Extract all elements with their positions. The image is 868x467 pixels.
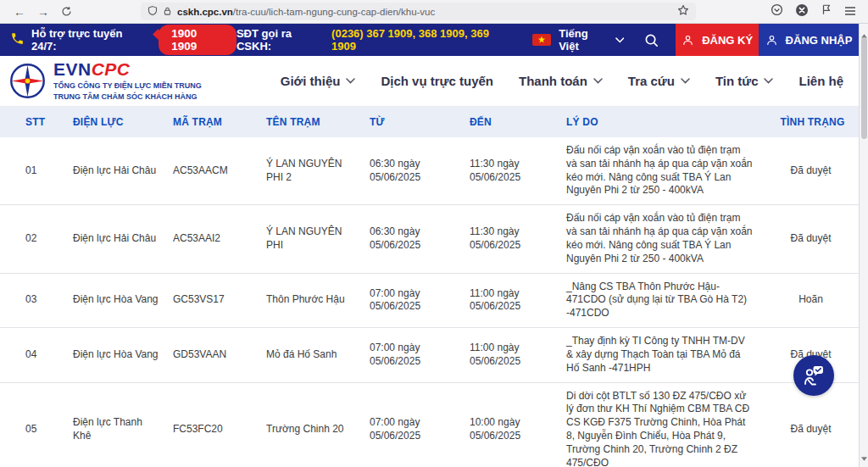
nav-item[interactable]: Liên hệ: [798, 74, 843, 88]
cell-den: 11:30 ngày 05/06/2025: [465, 205, 561, 273]
cell-ly-do: _Nâng CS TBA Thôn Phước Hậu-471CDO (sử d…: [561, 273, 766, 327]
language-label: Tiếng Việt: [559, 27, 609, 53]
cell-ma-tram: FC53FC20: [168, 382, 261, 467]
pocket-icon[interactable]: [771, 3, 783, 19]
user-icon: [765, 34, 778, 47]
phone-icon: [10, 31, 25, 48]
search-icon[interactable]: [644, 33, 659, 47]
cell-ly-do: _Thay định kỳ TI Công ty TNHH TM-DV & xâ…: [561, 328, 766, 382]
vietnam-flag-icon: [532, 34, 551, 46]
register-button[interactable]: ĐĂNG KÝ: [676, 24, 759, 56]
nav-item[interactable]: Giới thiệu: [281, 74, 356, 88]
table-header-row: STT ĐIỆN LỰC MÃ TRẠM TÊN TRẠM TỪ ĐẾN LÝ …: [0, 107, 859, 137]
nav-item-label: Thanh toán: [519, 74, 587, 88]
nav-item[interactable]: Tin tức: [715, 74, 774, 88]
cell-tu: 07:00 ngày 05/06/2025: [364, 382, 465, 467]
register-label: ĐĂNG KÝ: [702, 34, 753, 47]
col-tinh-trang: TÌNH TRẠNG: [766, 107, 859, 137]
cell-ma-tram: AC53AACM: [168, 137, 261, 205]
site-header: EVNCPC TỔNG CÔNG TY ĐIỆN LỰC MIỀN TRUNG …: [0, 56, 859, 107]
cell-tinh-trang: Đã duyệt: [766, 137, 859, 205]
url-text: cskh.cpc.vn/tra-cuu/lich-tam-ngung-cung-…: [177, 7, 672, 17]
table-row: 02 Điện lực Hải Châu AC53AAI2 Ý LAN NGUY…: [0, 205, 859, 273]
chevron-down-icon: [346, 78, 355, 84]
addon-flag-icon[interactable]: [821, 3, 832, 19]
cell-dien-luc: Điện lực Hòa Vang: [68, 328, 168, 382]
support-label: Hỗ trợ trực tuyến 24/7:: [31, 27, 147, 53]
cell-den: 11:00 ngày 05/06/2025: [465, 273, 561, 327]
brand-name: EVNCPC: [53, 60, 202, 78]
col-den: ĐẾN: [465, 107, 561, 137]
cell-dien-luc: Điện lực Hòa Vang: [68, 273, 168, 327]
browser-action-icons: [771, 3, 860, 20]
cell-dien-luc: Điện lực Hải Châu: [68, 137, 168, 205]
login-label: ĐĂNG NHẬP: [786, 34, 853, 47]
nav-item[interactable]: Dịch vụ trực tuyến: [381, 74, 493, 88]
cell-ten-tram: Thôn Phước Hậu: [261, 273, 364, 327]
table-row: 01 Điện lực Hải Châu AC53AACM Ý LAN NGUY…: [0, 137, 859, 205]
cell-dien-luc: Điện lực Thanh Khê: [68, 382, 168, 467]
shield-icon[interactable]: [147, 4, 158, 19]
nav-item[interactable]: Tra cứu: [628, 74, 690, 88]
cskh-numbers: (0236) 367 1909, 368 1909, 369 1909: [331, 27, 510, 53]
cell-den: 11:30 ngày 05/06/2025: [465, 137, 561, 205]
nav-item[interactable]: Thanh toán: [519, 74, 603, 88]
cell-ten-tram: Mỏ đá Hố Sanh: [261, 328, 364, 382]
reload-icon[interactable]: [61, 6, 72, 17]
chevron-down-icon: [615, 37, 625, 43]
bookmark-star-icon[interactable]: [677, 4, 689, 19]
cell-ten-tram: Trường Chinh 20: [261, 382, 364, 467]
outage-schedule-table: STT ĐIỆN LỰC MÃ TRẠM TÊN TRẠM TỪ ĐẾN LÝ …: [0, 107, 859, 467]
cell-ma-tram: AC53AAI2: [168, 205, 261, 273]
forward-icon[interactable]: →: [37, 6, 49, 18]
user-icon: [682, 34, 694, 47]
cell-tinh-trang: Hoãn: [766, 273, 859, 327]
col-ten-tram: TÊN TRẠM: [261, 107, 364, 137]
nav-item-label: Liên hệ: [798, 74, 843, 88]
cell-ten-tram: Ý LAN NGUYÊN PHI: [261, 205, 364, 273]
company-name: TỔNG CÔNG TY ĐIỆN LỰC MIỀN TRUNG TRUNG T…: [53, 81, 202, 101]
scroll-down-icon[interactable]: [860, 449, 868, 464]
cell-ma-tram: GC53VS17: [168, 273, 261, 327]
cskh-phone-numbers: SĐT gọi ra CSKH: (0236) 367 1909, 368 19…: [236, 27, 510, 53]
cell-stt: 05: [0, 382, 68, 467]
cell-ly-do: Đấu nối cáp vặn xoắn vào tủ điện trạm và…: [561, 137, 766, 205]
col-dien-luc: ĐIỆN LỰC: [68, 107, 168, 137]
nav-item-label: Dịch vụ trực tuyến: [381, 74, 493, 88]
extension-blocker-icon[interactable]: [795, 3, 809, 20]
evn-star-icon: [8, 62, 47, 100]
page-scrollbar[interactable]: [859, 24, 868, 467]
login-button[interactable]: ĐĂNG NHẬP: [759, 24, 859, 56]
menu-icon[interactable]: [844, 4, 856, 19]
back-icon[interactable]: ←: [14, 6, 25, 18]
cell-tu: 07:00 ngày 05/06/2025: [364, 328, 465, 382]
language-selector[interactable]: Tiếng Việt: [559, 27, 624, 53]
cell-ly-do: Di dời cột BTLT số 130 ĐZ 475/CĐO xử lý …: [561, 382, 766, 467]
cell-ly-do: Đấu nối cáp vặn xoắn vào tủ điện trạm và…: [561, 205, 766, 273]
col-ma-tram: MÃ TRẠM: [168, 107, 261, 137]
cell-tu: 07:00 ngày 05/06/2025: [364, 273, 465, 327]
cell-tu: 06:30 ngày 05/06/2025: [364, 137, 465, 205]
scrollbar-thumb[interactable]: [861, 37, 867, 139]
evncpc-logo[interactable]: EVNCPC TỔNG CÔNG TY ĐIỆN LỰC MIỀN TRUNG …: [8, 60, 202, 101]
cell-ten-tram: Ý LAN NGUYÊN PHI 2: [261, 137, 364, 205]
lock-icon[interactable]: [163, 4, 172, 19]
main-navigation: Giới thiệu Dịch vụ trực tuyến Thanh toán: [281, 74, 843, 88]
browser-window: ← → cskh.cpc.vn/tra-cuu/lich-tam-ngung-c…: [0, 0, 868, 467]
chat-support-button[interactable]: [793, 355, 834, 396]
table-row: 03 Điện lực Hòa Vang GC53VS17 Thôn Phước…: [0, 273, 859, 327]
cell-dien-luc: Điện lực Hải Châu: [68, 205, 168, 273]
col-tu: TỪ: [364, 107, 465, 137]
cell-tinh-trang: Đã duyệt: [766, 205, 859, 273]
hotline-button[interactable]: 1900 1909: [159, 25, 236, 55]
nav-item-label: Tra cứu: [628, 74, 675, 88]
address-bar[interactable]: cskh.cpc.vn/tra-cuu/lich-tam-ngung-cung-…: [141, 3, 696, 20]
nav-item-label: Tin tức: [715, 74, 759, 88]
site-topbar: Hỗ trợ trực tuyến 24/7: 1900 1909 SĐT gọ…: [0, 24, 859, 56]
cell-stt: 03: [0, 273, 68, 327]
cell-stt: 04: [0, 328, 68, 382]
cell-den: 10:00 ngày 05/06/2025: [465, 382, 561, 467]
table-row: 04 Điện lực Hòa Vang GD53VAAN Mỏ đá Hố S…: [0, 328, 859, 382]
chevron-down-icon: [764, 78, 773, 84]
col-ly-do: LÝ DO: [561, 107, 766, 137]
